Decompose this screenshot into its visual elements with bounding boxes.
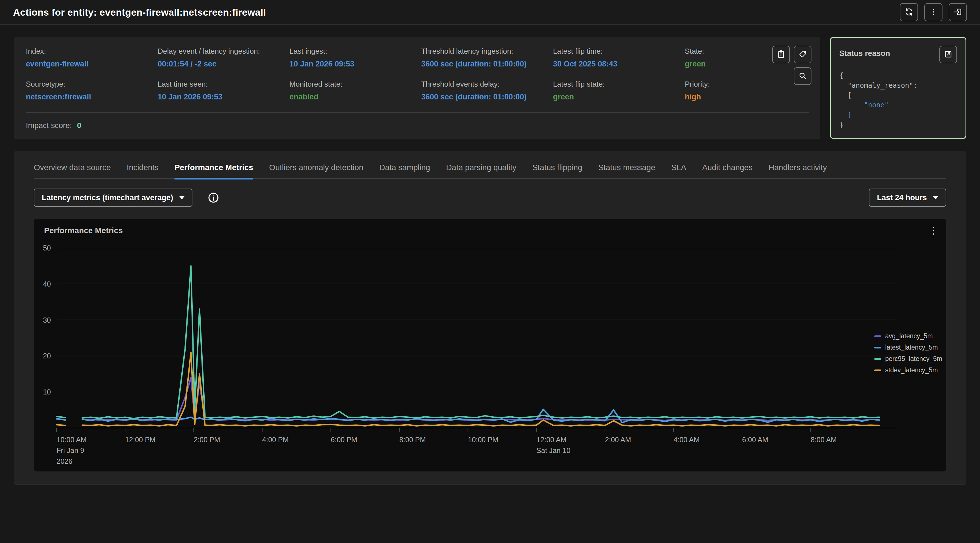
entity-fields: Index: eventgen-firewall Delay event / l…	[26, 47, 808, 102]
legend-swatch	[874, 370, 881, 371]
legend-item-latest_latency_5m[interactable]: latest_latency_5m	[874, 344, 942, 351]
field-latest-flip-state: Latest flip state: green	[553, 80, 677, 102]
legend-label: stdev_latency_5m	[885, 366, 938, 374]
field-label: Delay event / latency ingestion:	[158, 47, 282, 56]
field-value: high	[685, 92, 808, 102]
top-header: Actions for entity: eventgen-firewall:ne…	[0, 0, 980, 25]
search-button[interactable]	[794, 67, 811, 85]
impact-score-row: Impact score: 0	[26, 121, 808, 130]
tab-data-sampling[interactable]: Data sampling	[379, 163, 430, 179]
search-icon	[798, 71, 807, 81]
svg-text:12:00 PM: 12:00 PM	[125, 436, 156, 444]
time-range-label: Last 24 hours	[877, 194, 927, 202]
legend-item-avg_latency_5m[interactable]: avg_latency_5m	[874, 332, 942, 340]
tab-incidents[interactable]: Incidents	[127, 163, 159, 179]
tab-overview-data-source[interactable]: Overview data source	[34, 163, 111, 179]
chevron-down-icon	[179, 196, 185, 199]
field-last-ingest: Last ingest: 10 Jan 2026 09:53	[290, 47, 413, 68]
svg-text:10: 10	[43, 388, 51, 396]
metric-dropdown[interactable]: Latency metrics (timechart average)	[34, 189, 192, 207]
chart-controls: Latency metrics (timechart average) Last…	[34, 189, 946, 207]
main-content: Index: eventgen-firewall Delay event / l…	[0, 25, 980, 485]
svg-text:20: 20	[43, 352, 51, 360]
clipboard-icon	[776, 50, 786, 60]
tab-data-parsing-quality[interactable]: Data parsing quality	[446, 163, 516, 179]
svg-text:6:00 AM: 6:00 AM	[742, 436, 768, 444]
field-delay-latency: Delay event / latency ingestion: 00:01:5…	[158, 47, 282, 68]
field-value: 10 Jan 2026 09:53	[158, 92, 282, 102]
field-value: 00:01:54 / -2 sec	[158, 60, 282, 68]
field-value: 3600 sec (duration: 01:00:00)	[421, 60, 545, 68]
json-line: "none"	[839, 100, 957, 110]
svg-text:30: 30	[43, 316, 51, 324]
field-label: Threshold events delay:	[421, 80, 545, 89]
chart-legend: avg_latency_5m latest_latency_5m perc95_…	[874, 332, 942, 374]
field-value: 3600 sec (duration: 01:00:00)	[421, 92, 545, 102]
tab-audit-changes[interactable]: Audit changes	[702, 163, 752, 179]
field-label: Monitored state:	[290, 80, 413, 89]
legend-swatch	[874, 347, 881, 348]
json-line: "anomaly_reason":	[839, 81, 957, 90]
svg-text:Fri Jan 9: Fri Jan 9	[57, 446, 84, 454]
legend-label: perc95_latency_5m	[885, 355, 942, 363]
field-sourcetype: Sourcetype: netscreen:firewall	[26, 80, 150, 102]
svg-text:8:00 AM: 8:00 AM	[811, 436, 837, 444]
svg-text:4:00 PM: 4:00 PM	[262, 436, 289, 444]
info-icon[interactable]	[207, 191, 220, 204]
kebab-icon	[929, 7, 938, 17]
svg-text:12:00 AM: 12:00 AM	[536, 436, 566, 444]
header-actions	[900, 3, 967, 21]
tab-outliers-anomaly-detection[interactable]: Outliers anomaly detection	[269, 163, 364, 179]
field-index: Index: eventgen-firewall	[26, 47, 150, 68]
status-reason-json: { "anomaly_reason": [ "none" ]}	[839, 71, 957, 130]
app-root: Actions for entity: eventgen-firewall:ne…	[0, 0, 980, 543]
tab-sla[interactable]: SLA	[671, 163, 686, 179]
more-options-button[interactable]	[924, 3, 942, 21]
external-link-icon	[943, 50, 953, 60]
json-line: ]	[839, 110, 957, 120]
json-line: [	[839, 90, 957, 100]
svg-text:2:00 PM: 2:00 PM	[194, 436, 220, 444]
svg-text:40: 40	[43, 280, 51, 288]
field-value: green	[553, 92, 677, 102]
tab-status-message[interactable]: Status message	[598, 163, 655, 179]
svg-text:4:00 AM: 4:00 AM	[674, 436, 700, 444]
page-title: Actions for entity: eventgen-firewall:ne…	[13, 7, 266, 18]
legend-item-stdev_latency_5m[interactable]: stdev_latency_5m	[874, 366, 942, 374]
legend-label: avg_latency_5m	[885, 332, 933, 340]
json-line: }	[839, 120, 957, 130]
tab-bar: Overview data sourceIncidentsPerformance…	[34, 163, 946, 179]
svg-text:8:00 PM: 8:00 PM	[399, 436, 426, 444]
tag-button[interactable]	[794, 46, 811, 64]
open-external-button[interactable]	[939, 46, 957, 64]
clipboard-button[interactable]	[772, 46, 790, 64]
field-value: netscreen:firewall	[26, 92, 150, 102]
field-label: Last ingest:	[290, 47, 413, 56]
svg-text:Sat Jan 10: Sat Jan 10	[536, 446, 570, 454]
field-value: 10 Jan 2026 09:53	[290, 60, 413, 68]
field-value: 30 Oct 2025 08:43	[553, 60, 677, 68]
tab-handlers-activity[interactable]: Handlers activity	[768, 163, 827, 179]
field-latest-flip-time: Latest flip time: 30 Oct 2025 08:43	[553, 47, 677, 68]
refresh-button[interactable]	[900, 3, 918, 21]
legend-swatch	[874, 335, 881, 337]
svg-text:2:00 AM: 2:00 AM	[605, 436, 631, 444]
legend-item-perc95_latency_5m[interactable]: perc95_latency_5m	[874, 355, 942, 363]
field-label: Sourcetype:	[26, 80, 150, 89]
performance-chart-svg[interactable]: 102030405010:00 AMFri Jan 9202612:00 PM2…	[34, 219, 946, 472]
field-label: Latest flip state:	[553, 80, 677, 89]
chevron-down-icon	[933, 196, 938, 199]
field-label: Index:	[26, 47, 150, 56]
field-label: Latest flip time:	[553, 47, 677, 56]
field-threshold-latency-ingestion: Threshold latency ingestion: 3600 sec (d…	[421, 47, 545, 68]
svg-text:50: 50	[43, 244, 51, 252]
status-reason-panel: Status reason { "anomaly_reason": [ "non…	[830, 37, 966, 139]
field-value: enabled	[290, 92, 413, 102]
tab-performance-metrics[interactable]: Performance Metrics	[175, 163, 253, 179]
tab-status-flipping[interactable]: Status flipping	[532, 163, 582, 179]
exit-button[interactable]	[949, 3, 967, 21]
refresh-icon	[904, 7, 914, 17]
svg-text:6:00 PM: 6:00 PM	[331, 436, 357, 444]
time-range-dropdown[interactable]: Last 24 hours	[869, 189, 946, 207]
field-threshold-events-delay: Threshold events delay: 3600 sec (durati…	[421, 80, 545, 102]
